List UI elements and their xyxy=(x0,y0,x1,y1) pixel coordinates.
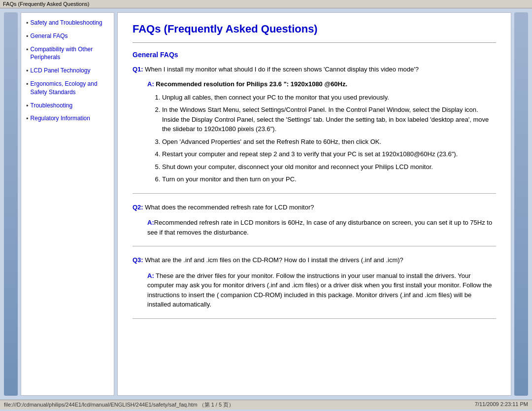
sidebar-link-1[interactable]: General FAQs xyxy=(31,32,68,40)
q1-step-3: Open 'Advanced Properties' and set the R… xyxy=(162,137,496,147)
top-divider xyxy=(133,42,496,43)
main-layout: Safety and Troubleshooting General FAQs … xyxy=(0,8,532,400)
q3-text: What are the .inf and .icm files on the … xyxy=(143,256,403,264)
status-url-text: file:///D:/cdmanual/philips/244E1/lcd/ma… xyxy=(4,402,198,408)
status-date: 7/11/2009 2:23:11 PM xyxy=(475,401,528,409)
title-bar: FAQs (Frequently Asked Questions) xyxy=(0,0,532,8)
q1-steps-list: Unplug all cables, then connect your PC … xyxy=(133,93,496,184)
q3-label: Q3: xyxy=(133,256,143,264)
q1-step-1: Unplug all cables, then connect your PC … xyxy=(162,93,496,103)
page-title: FAQs (Frequently Asked Questions) xyxy=(133,23,496,35)
right-stripe xyxy=(514,12,528,396)
q2-answer: A:Recommended refresh rate in LCD monito… xyxy=(133,218,496,237)
q1-step-2: In the Windows Start Menu, select Settin… xyxy=(162,105,496,134)
status-url: file:///D:/cdmanual/philips/244E1/lcd/ma… xyxy=(4,401,234,409)
sidebar-item-2[interactable]: Compatibility with Other Peripherals xyxy=(26,45,109,62)
q2-label: Q2: xyxy=(133,204,143,211)
q2-a-label: A: xyxy=(147,219,154,226)
divider-1 xyxy=(133,193,496,194)
question-2: Q2: What does the recommended refresh ra… xyxy=(133,203,496,212)
q1-step-4: Restart your computer and repeat step 2 … xyxy=(162,149,496,159)
sidebar-item-0[interactable]: Safety and Troubleshooting xyxy=(26,19,109,27)
status-page-info: （第 1 / 5 页） xyxy=(199,402,234,408)
title-bar-text: FAQs (Frequently Asked Questions) xyxy=(3,1,89,7)
sidebar-link-2[interactable]: Compatibility with Other Peripherals xyxy=(31,45,109,62)
q1-text: When I install my monitor what should I … xyxy=(143,66,419,73)
q3-answer: A: These are the driver files for your m… xyxy=(133,271,496,309)
status-bar: file:///D:/cdmanual/philips/244E1/lcd/ma… xyxy=(0,400,532,410)
q1-label: Q1: xyxy=(133,66,143,73)
q2-text: What does the recommended refresh rate f… xyxy=(143,204,314,211)
sidebar-link-6[interactable]: Regulatory Information xyxy=(31,114,90,123)
q1-answer-heading: A: Recommended resolution for Philips 23… xyxy=(133,80,496,88)
q1-step-6: Turn on your monitor and then turn on yo… xyxy=(162,174,496,184)
section-heading: General FAQs xyxy=(133,51,496,59)
sidebar-link-3[interactable]: LCD Panel Technology xyxy=(31,67,91,75)
sidebar-link-4[interactable]: Ergonomics, Ecology and Safety Standards xyxy=(31,80,109,97)
sidebar-item-4[interactable]: Ergonomics, Ecology and Safety Standards xyxy=(26,80,109,97)
sidebar-item-1[interactable]: General FAQs xyxy=(26,32,109,40)
sidebar-link-5[interactable]: Troubleshooting xyxy=(31,102,73,110)
sidebar-nav: Safety and Troubleshooting General FAQs … xyxy=(26,19,109,123)
q1-a-heading-text: Recommended resolution for Philips 23.6 … xyxy=(154,80,347,88)
divider-3 xyxy=(133,318,496,319)
sidebar: Safety and Troubleshooting General FAQs … xyxy=(21,12,114,396)
question-3: Q3: What are the .inf and .icm files on … xyxy=(133,255,496,265)
sidebar-item-5[interactable]: Troubleshooting xyxy=(26,102,109,110)
q3-a-label: A: xyxy=(147,272,154,279)
sidebar-link-0[interactable]: Safety and Troubleshooting xyxy=(31,19,102,27)
q1-step-5: Shut down your computer, disconnect your… xyxy=(162,162,496,172)
sidebar-item-3[interactable]: LCD Panel Technology xyxy=(26,67,109,75)
sidebar-item-6[interactable]: Regulatory Information xyxy=(26,114,109,123)
divider-2 xyxy=(133,246,496,246)
left-stripe xyxy=(4,12,18,396)
q2-a-text: Recommended refresh rate in LCD monitors… xyxy=(147,219,492,236)
q1-a-label: A: xyxy=(147,80,154,88)
content-area: FAQs (Frequently Asked Questions) Genera… xyxy=(117,12,511,396)
question-1: Q1: When I install my monitor what shoul… xyxy=(133,65,496,74)
q3-a-text: These are the driver files for your moni… xyxy=(147,272,492,308)
